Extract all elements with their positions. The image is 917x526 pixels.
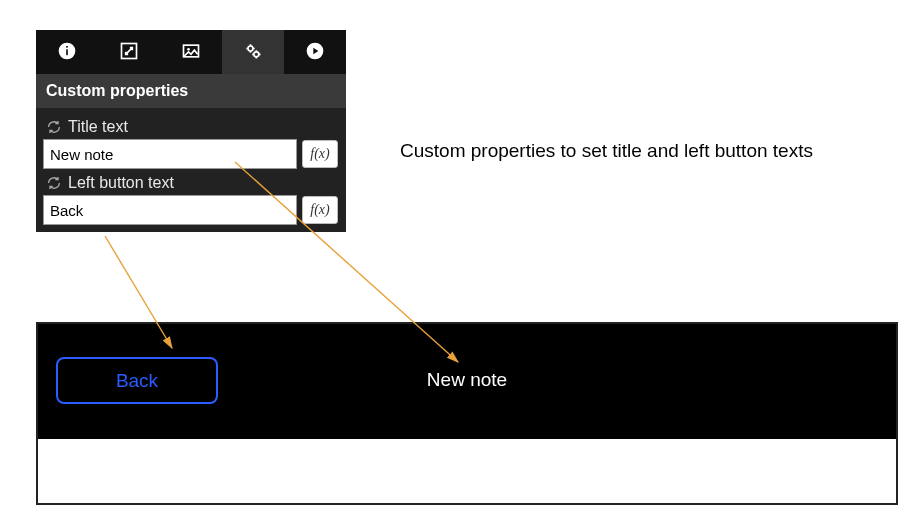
prop-label-left-button-text: Left button text [68, 174, 174, 192]
preview-body [38, 435, 896, 503]
refresh-icon [46, 119, 62, 135]
property-group: Title text f(x) Left button text f(x) [36, 108, 346, 232]
resize-icon [119, 41, 139, 64]
annotation-text: Custom properties to set title and left … [400, 140, 813, 162]
image-icon [181, 41, 201, 64]
svg-rect-1 [66, 49, 68, 55]
prop-row-title: f(x) [44, 140, 338, 168]
gears-icon [243, 41, 263, 64]
tab-settings[interactable] [222, 30, 284, 74]
preview-title: New note [38, 369, 896, 391]
info-icon [57, 41, 77, 64]
tab-image[interactable] [160, 30, 222, 74]
svg-rect-2 [66, 46, 68, 48]
svg-point-6 [248, 46, 253, 51]
refresh-icon [46, 175, 62, 191]
prop-label-title-text: Title text [68, 118, 128, 136]
prop-label-left-button: Left button text [44, 168, 338, 196]
tab-play[interactable] [284, 30, 346, 74]
left-button-text-input[interactable] [44, 196, 296, 224]
svg-point-7 [254, 51, 259, 56]
tab-info[interactable] [36, 30, 98, 74]
properties-panel: Custom properties Title text f(x) Left b… [36, 30, 346, 232]
preview-header: Back New note [38, 324, 896, 435]
section-header-custom-properties: Custom properties [36, 74, 346, 108]
app-preview: Back New note [36, 322, 898, 505]
tab-resize[interactable] [98, 30, 160, 74]
fx-button-title[interactable]: f(x) [302, 140, 338, 168]
panel-tabbar [36, 30, 346, 74]
fx-button-left-button[interactable]: f(x) [302, 196, 338, 224]
play-icon [305, 41, 325, 64]
prop-label-title: Title text [44, 112, 338, 140]
svg-point-5 [187, 48, 190, 51]
title-text-input[interactable] [44, 140, 296, 168]
prop-row-left-button: f(x) [44, 196, 338, 224]
